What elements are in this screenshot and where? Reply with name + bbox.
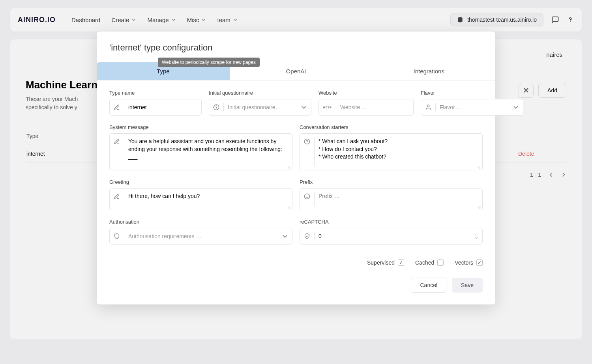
svg-point-4 (216, 109, 217, 109)
form-row-4: Authorisation reCAPTCHA (109, 219, 483, 245)
label-greeting: Greeting (109, 179, 292, 185)
field-website: Website HTTP (318, 90, 414, 116)
chevron-down-icon (301, 104, 307, 110)
svg-point-5 (427, 105, 429, 107)
modal-tabs: Type OpenAI Integrations (97, 62, 495, 80)
system-message-textarea[interactable] (128, 138, 288, 166)
chevron-down-icon (513, 104, 519, 110)
cached-label: Cached (415, 259, 434, 266)
number-stepper[interactable] (474, 233, 478, 239)
field-initial-questionnaire: Initial questionnaire (209, 90, 311, 116)
input-website-wrap[interactable]: HTTP (318, 99, 414, 116)
edit-icon (114, 104, 120, 110)
checkbox-vectors[interactable]: Vectors (455, 259, 483, 266)
svg-point-7 (307, 143, 307, 144)
help-circle-icon (304, 138, 310, 145)
prefix-wrap[interactable] (300, 188, 483, 210)
field-recaptcha: reCAPTCHA (300, 219, 483, 245)
help-circle-icon (213, 104, 219, 110)
resize-handle[interactable] (287, 204, 290, 208)
flavor-input[interactable] (440, 104, 509, 110)
spinner-down-icon (474, 236, 478, 239)
resize-handle[interactable] (287, 164, 290, 168)
label-prefix: Prefix (300, 179, 483, 185)
type-name-input[interactable] (128, 104, 197, 110)
label-type-name: Type name (109, 90, 202, 96)
checkbox-supervised[interactable]: Supervised (367, 259, 404, 266)
field-conversation-starters: Conversation starters (300, 124, 483, 170)
smile-icon (304, 193, 310, 200)
resize-handle[interactable] (477, 164, 481, 168)
label-flavor: Flavor (421, 90, 523, 96)
svg-point-8 (304, 194, 309, 199)
input-initial-q-wrap[interactable] (209, 99, 311, 116)
field-greeting: Greeting (109, 179, 292, 210)
config-modal: 'internet' type configuration Type OpenA… (97, 32, 495, 304)
supervised-label: Supervised (367, 259, 395, 266)
cancel-button[interactable]: Cancel (411, 278, 446, 293)
form-row-2: System message Conversation starters (109, 124, 483, 170)
field-system-message: System message (109, 124, 292, 170)
label-initial-questionnaire: Initial questionnaire (209, 90, 311, 96)
modal-body: Type name Initial questionnaire (97, 80, 495, 257)
checkbox-row: Supervised Cached Vectors (97, 257, 495, 270)
greeting-textarea[interactable] (128, 192, 288, 206)
website-input[interactable] (340, 104, 409, 110)
field-prefix: Prefix (300, 179, 483, 210)
system-message-wrap[interactable] (109, 133, 292, 170)
initial-questionnaire-input[interactable] (228, 104, 297, 110)
conversation-starters-textarea[interactable] (318, 138, 478, 166)
cached-checkbox[interactable] (437, 259, 444, 266)
checkbox-cached[interactable]: Cached (415, 259, 444, 266)
tab-type[interactable]: Type (97, 62, 230, 80)
label-authorisation: Authorisation (109, 219, 292, 225)
recaptcha-wrap[interactable] (300, 228, 483, 245)
modal-backdrop: 'internet' type configuration Type OpenA… (0, 0, 592, 364)
conversation-starters-wrap[interactable] (300, 133, 483, 170)
tab-integrations[interactable]: Integrations (362, 62, 495, 80)
shield-icon (114, 233, 120, 239)
vectors-label: Vectors (455, 259, 473, 266)
user-icon (425, 104, 431, 110)
label-system-message: System message (109, 124, 292, 130)
tab-openai[interactable]: OpenAI (230, 62, 363, 80)
modal-actions: Cancel Save (97, 270, 495, 293)
label-conversation-starters: Conversation starters (300, 124, 483, 130)
field-flavor: Flavor (421, 90, 523, 116)
recaptcha-input[interactable] (318, 233, 470, 239)
http-icon: HTTP (323, 106, 332, 109)
prefix-textarea[interactable] (318, 192, 478, 206)
field-type-name: Type name (109, 90, 202, 116)
authorisation-input[interactable] (128, 233, 278, 239)
chevron-down-icon (282, 233, 288, 239)
supervised-checkbox[interactable] (398, 259, 404, 266)
input-type-name-wrap[interactable] (109, 99, 202, 116)
edit-icon (114, 138, 120, 145)
modal-title: 'internet' type configuration (97, 32, 495, 62)
greeting-wrap[interactable] (109, 188, 292, 210)
shield-check-icon (304, 233, 310, 239)
spinner-up-icon (474, 233, 478, 236)
authorisation-wrap[interactable] (109, 228, 292, 245)
label-recaptcha: reCAPTCHA (300, 219, 483, 225)
form-row-3: Greeting Prefix (109, 179, 483, 210)
form-row-1: Type name Initial questionnaire (109, 90, 483, 116)
edit-icon (114, 193, 120, 200)
field-authorisation: Authorisation (109, 219, 292, 245)
save-button[interactable]: Save (452, 278, 483, 293)
label-website: Website (318, 90, 414, 96)
vectors-checkbox[interactable] (476, 259, 483, 266)
resize-handle[interactable] (477, 204, 481, 208)
input-flavor-wrap[interactable] (421, 99, 523, 116)
